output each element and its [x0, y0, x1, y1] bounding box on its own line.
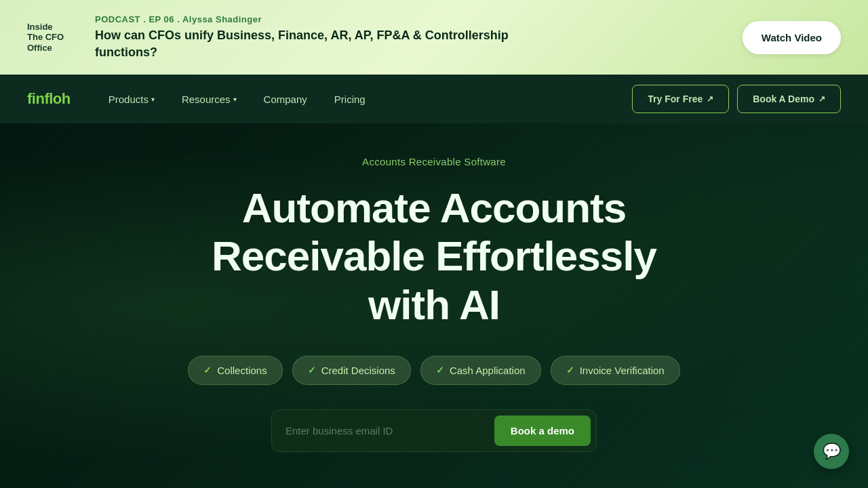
- check-icon: ✓: [203, 365, 212, 375]
- nav-item-products[interactable]: Products ▾: [98, 88, 165, 110]
- banner-logo: Inside The CFO Office: [27, 22, 81, 54]
- banner-headline: How can CFOs unify Business, Finance, AR…: [95, 27, 570, 60]
- chevron-down-icon: ▾: [151, 96, 155, 103]
- email-form: Book a demo: [271, 409, 597, 452]
- nav-logo: finfloh: [27, 90, 71, 108]
- feature-pill-credit-decisions[interactable]: ✓ Credit Decisions: [292, 356, 411, 385]
- chat-icon: 💬: [823, 443, 841, 460]
- book-demo-button[interactable]: Book a demo: [494, 415, 591, 446]
- book-demo-nav-button[interactable]: Book A Demo ↗: [737, 85, 841, 113]
- hero-subtitle: Accounts Receivable Software: [362, 156, 506, 167]
- email-input[interactable]: [285, 420, 489, 442]
- watch-video-button[interactable]: Watch Video: [743, 21, 841, 54]
- nav-item-resources[interactable]: Resources ▾: [171, 88, 248, 110]
- check-icon: ✓: [566, 365, 574, 375]
- podcast-tag: PODCAST . EP 06 . Alyssa Shadinger: [95, 14, 570, 24]
- check-icon: ✓: [308, 365, 316, 375]
- external-link-icon: ↗: [818, 94, 825, 104]
- check-icon: ✓: [436, 365, 444, 375]
- chevron-down-icon: ▾: [233, 96, 237, 103]
- nav-item-company[interactable]: Company: [253, 88, 318, 110]
- nav-buttons: Try For Free ↗ Book A Demo ↗: [632, 85, 841, 113]
- feature-pill-cash-application[interactable]: ✓ Cash Application: [420, 356, 541, 385]
- external-link-icon: ↗: [707, 94, 713, 104]
- banner-content: PODCAST . EP 06 . Alyssa Shadinger How c…: [95, 14, 570, 60]
- main-nav: finfloh Products ▾ Resources ▾ Company P…: [0, 75, 868, 123]
- try-free-button[interactable]: Try For Free ↗: [632, 85, 729, 113]
- hero-headline: Automate Accounts Receivable Effortlessl…: [212, 184, 656, 329]
- hero-section: Accounts Receivable Software Automate Ac…: [0, 123, 868, 488]
- top-banner: Inside The CFO Office PODCAST . EP 06 . …: [0, 0, 868, 75]
- banner-left: Inside The CFO Office PODCAST . EP 06 . …: [27, 14, 570, 60]
- feature-pills: ✓ Collections ✓ Credit Decisions ✓ Cash …: [188, 356, 679, 385]
- feature-pill-collections[interactable]: ✓ Collections: [188, 356, 282, 385]
- chat-widget[interactable]: 💬: [814, 434, 849, 469]
- nav-items: Products ▾ Resources ▾ Company Pricing: [98, 88, 633, 110]
- nav-item-pricing[interactable]: Pricing: [323, 88, 376, 110]
- feature-pill-invoice-verification[interactable]: ✓ Invoice Verification: [551, 356, 680, 385]
